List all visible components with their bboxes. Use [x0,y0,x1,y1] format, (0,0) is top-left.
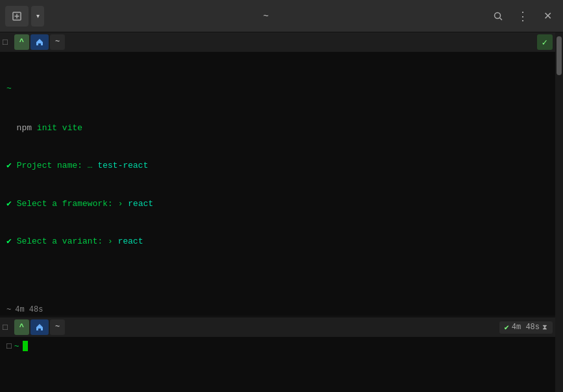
pane-indicator: □ [3,38,8,47]
bottom-pane-sq: □ [6,341,12,351]
timer-elapsed: 4m 48s [512,323,540,332]
search-button[interactable] [488,6,509,27]
close-icon: ✕ [544,10,552,22]
more-options-button[interactable]: ⋮ [512,6,533,27]
terminal-content[interactable]: □ ^ ~ ✓ ~ npm init vite [0,32,555,392]
scrollbar[interactable] [555,32,563,392]
tab-tilde-button[interactable]: ~ [50,34,65,50]
bottom-terminal-output[interactable]: □ ~ [0,337,555,392]
top-pane: □ ^ ~ ✓ ~ npm init vite [0,32,555,316]
bottom-prompt-tilde: ~ [14,341,19,351]
cursor [23,341,28,351]
pane-check-button[interactable]: ✓ [537,34,553,50]
close-button[interactable]: ✕ [537,6,558,27]
tab-home-button[interactable] [30,34,49,50]
scrollbar-thumb[interactable] [557,36,562,75]
top-tab-bar: □ ^ ~ ✓ [0,32,555,52]
timer-check-icon: ✔ [505,323,509,332]
top-terminal-output[interactable]: ~ npm init vite ✔ Project name: … test-r… [0,52,555,304]
bottom-tab-group-left: □ ^ ~ [3,319,65,335]
tab-up-button[interactable]: ^ [14,34,29,50]
bottom-prompt-line: □ ~ [6,341,549,351]
output-line-1: ✔ Project name: … test-react [6,159,549,172]
titlebar: ▾ ~ ⋮ ✕ [0,0,563,32]
prompt-line: ~ [6,82,549,95]
status-tilde: ~ [6,305,11,314]
output-line-2: ✔ Select a framework: › react [6,198,549,211]
blank-line-1 [6,273,549,282]
tab-group-left: □ ^ ~ [3,34,65,50]
bottom-pane: □ ^ ~ ✔ 4m 48s ⧗ [0,317,555,392]
bottom-tab-bar: □ ^ ~ ✔ 4m 48s ⧗ [0,317,555,337]
chevron-down-icon: ▾ [36,12,40,19]
output-line-3: ✔ Select a variant: › react [6,235,549,248]
status-elapsed: 4m 48s [15,305,43,314]
titlebar-right: ⋮ ✕ [488,6,558,27]
command-line: npm init vite [6,122,549,135]
bottom-tab-up-button[interactable]: ^ [14,319,29,335]
titlebar-left: ▾ [5,6,44,27]
tab-group-right: ✓ [537,34,553,50]
dropdown-button[interactable]: ▾ [31,6,44,27]
new-tab-button[interactable] [5,6,29,27]
titlebar-title: ~ [44,11,488,21]
more-icon: ⋮ [517,10,529,22]
bottom-tab-tilde-button[interactable]: ~ [50,319,65,335]
bottom-pane-indicator: □ [3,323,8,332]
hourglass-icon: ⧗ [542,323,547,331]
svg-point-1 [495,12,501,18]
bottom-tab-home-button[interactable] [30,319,49,335]
status-line: ~ 4m 48s [0,304,555,316]
timer-badge: ✔ 4m 48s ⧗ [499,321,553,334]
terminal-area: □ ^ ~ ✓ ~ npm init vite [0,32,563,392]
bottom-tab-group-right: ✔ 4m 48s ⧗ [499,321,553,334]
